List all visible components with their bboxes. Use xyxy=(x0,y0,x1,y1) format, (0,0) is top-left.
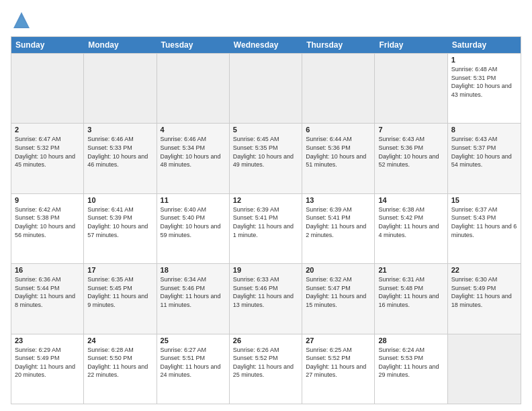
calendar: SundayMondayTuesdayWednesdayThursdayFrid… xyxy=(11,36,521,404)
day-number: 7 xyxy=(378,126,443,134)
day-cell-13: 13Sunrise: 6:39 AM Sunset: 5:41 PM Dayli… xyxy=(302,194,375,263)
day-cell-20: 20Sunrise: 6:32 AM Sunset: 5:47 PM Dayli… xyxy=(302,264,375,333)
week-row-0: 1Sunrise: 6:48 AM Sunset: 5:31 PM Daylig… xyxy=(11,53,521,123)
day-info: Sunrise: 6:43 AM Sunset: 5:36 PM Dayligh… xyxy=(378,135,443,169)
day-info: Sunrise: 6:44 AM Sunset: 5:36 PM Dayligh… xyxy=(306,135,371,169)
day-number: 24 xyxy=(87,336,152,345)
week-row-1: 2Sunrise: 6:47 AM Sunset: 5:32 PM Daylig… xyxy=(11,123,521,193)
day-info: Sunrise: 6:34 AM Sunset: 5:46 PM Dayligh… xyxy=(161,275,226,309)
day-cell-11: 11Sunrise: 6:40 AM Sunset: 5:40 PM Dayli… xyxy=(157,194,230,263)
day-info: Sunrise: 6:39 AM Sunset: 5:41 PM Dayligh… xyxy=(306,205,371,239)
header-day-friday: Friday xyxy=(375,37,447,53)
day-info: Sunrise: 6:32 AM Sunset: 5:47 PM Dayligh… xyxy=(306,275,371,309)
day-cell-1: 1Sunrise: 6:48 AM Sunset: 5:31 PM Daylig… xyxy=(448,54,521,123)
day-cell-3: 3Sunrise: 6:46 AM Sunset: 5:33 PM Daylig… xyxy=(84,124,157,193)
day-info: Sunrise: 6:47 AM Sunset: 5:32 PM Dayligh… xyxy=(15,135,80,169)
logo-icon xyxy=(12,11,31,30)
day-info: Sunrise: 6:28 AM Sunset: 5:50 PM Dayligh… xyxy=(87,346,152,379)
day-cell-19: 19Sunrise: 6:33 AM Sunset: 5:46 PM Dayli… xyxy=(230,264,302,333)
empty-cell xyxy=(302,54,375,123)
day-info: Sunrise: 6:45 AM Sunset: 5:35 PM Dayligh… xyxy=(233,135,298,169)
day-info: Sunrise: 6:42 AM Sunset: 5:38 PM Dayligh… xyxy=(15,205,80,239)
day-cell-8: 8Sunrise: 6:43 AM Sunset: 5:37 PM Daylig… xyxy=(448,124,521,193)
day-cell-26: 26Sunrise: 6:26 AM Sunset: 5:52 PM Dayli… xyxy=(230,334,302,404)
calendar-header: SundayMondayTuesdayWednesdayThursdayFrid… xyxy=(11,37,521,53)
day-number: 4 xyxy=(161,126,226,134)
day-info: Sunrise: 6:46 AM Sunset: 5:34 PM Dayligh… xyxy=(161,135,226,169)
day-cell-25: 25Sunrise: 6:27 AM Sunset: 5:51 PM Dayli… xyxy=(157,334,230,404)
day-number: 18 xyxy=(161,266,226,274)
week-row-4: 23Sunrise: 6:29 AM Sunset: 5:49 PM Dayli… xyxy=(11,334,521,404)
day-cell-14: 14Sunrise: 6:38 AM Sunset: 5:42 PM Dayli… xyxy=(375,194,447,263)
day-number: 8 xyxy=(451,126,517,134)
day-number: 15 xyxy=(451,196,517,204)
day-cell-4: 4Sunrise: 6:46 AM Sunset: 5:34 PM Daylig… xyxy=(157,124,230,193)
day-info: Sunrise: 6:27 AM Sunset: 5:51 PM Dayligh… xyxy=(161,346,226,379)
day-number: 22 xyxy=(451,266,517,274)
empty-cell xyxy=(157,54,230,123)
day-info: Sunrise: 6:31 AM Sunset: 5:48 PM Dayligh… xyxy=(378,275,443,309)
day-cell-17: 17Sunrise: 6:35 AM Sunset: 5:45 PM Dayli… xyxy=(84,264,157,333)
day-cell-23: 23Sunrise: 6:29 AM Sunset: 5:49 PM Dayli… xyxy=(11,334,84,404)
day-number: 28 xyxy=(378,336,443,345)
day-info: Sunrise: 6:48 AM Sunset: 5:31 PM Dayligh… xyxy=(451,65,517,99)
day-info: Sunrise: 6:26 AM Sunset: 5:52 PM Dayligh… xyxy=(233,346,298,379)
day-info: Sunrise: 6:43 AM Sunset: 5:37 PM Dayligh… xyxy=(451,135,517,169)
day-cell-24: 24Sunrise: 6:28 AM Sunset: 5:50 PM Dayli… xyxy=(84,334,157,404)
day-info: Sunrise: 6:40 AM Sunset: 5:40 PM Dayligh… xyxy=(161,205,226,239)
empty-cell xyxy=(448,334,521,404)
day-number: 6 xyxy=(306,126,371,134)
day-cell-9: 9Sunrise: 6:42 AM Sunset: 5:38 PM Daylig… xyxy=(11,194,84,263)
day-info: Sunrise: 6:37 AM Sunset: 5:43 PM Dayligh… xyxy=(451,205,517,239)
empty-cell xyxy=(375,54,447,123)
empty-cell xyxy=(11,54,84,123)
page: SundayMondayTuesdayWednesdayThursdayFrid… xyxy=(0,0,532,411)
day-cell-12: 12Sunrise: 6:39 AM Sunset: 5:41 PM Dayli… xyxy=(230,194,302,263)
day-number: 3 xyxy=(87,126,152,134)
day-info: Sunrise: 6:35 AM Sunset: 5:45 PM Dayligh… xyxy=(87,275,152,309)
day-cell-15: 15Sunrise: 6:37 AM Sunset: 5:43 PM Dayli… xyxy=(448,194,521,263)
day-number: 25 xyxy=(161,336,226,345)
day-number: 10 xyxy=(87,196,152,204)
day-number: 9 xyxy=(15,196,80,204)
day-number: 27 xyxy=(306,336,371,345)
day-info: Sunrise: 6:29 AM Sunset: 5:49 PM Dayligh… xyxy=(15,346,80,379)
day-number: 14 xyxy=(378,196,443,204)
empty-cell xyxy=(230,54,302,123)
day-cell-6: 6Sunrise: 6:44 AM Sunset: 5:36 PM Daylig… xyxy=(302,124,375,193)
header-day-wednesday: Wednesday xyxy=(230,37,302,53)
day-cell-2: 2Sunrise: 6:47 AM Sunset: 5:32 PM Daylig… xyxy=(11,124,84,193)
day-cell-28: 28Sunrise: 6:24 AM Sunset: 5:53 PM Dayli… xyxy=(375,334,447,404)
day-info: Sunrise: 6:24 AM Sunset: 5:53 PM Dayligh… xyxy=(378,346,443,379)
day-number: 16 xyxy=(15,266,80,274)
day-info: Sunrise: 6:30 AM Sunset: 5:49 PM Dayligh… xyxy=(451,275,517,309)
day-info: Sunrise: 6:36 AM Sunset: 5:44 PM Dayligh… xyxy=(15,275,80,309)
week-row-3: 16Sunrise: 6:36 AM Sunset: 5:44 PM Dayli… xyxy=(11,263,521,333)
day-info: Sunrise: 6:46 AM Sunset: 5:33 PM Dayligh… xyxy=(87,135,152,169)
header xyxy=(11,11,521,30)
day-number: 17 xyxy=(87,266,152,274)
day-number: 13 xyxy=(306,196,371,204)
day-cell-16: 16Sunrise: 6:36 AM Sunset: 5:44 PM Dayli… xyxy=(11,264,84,333)
day-number: 12 xyxy=(233,196,298,204)
day-number: 11 xyxy=(161,196,226,204)
logo xyxy=(11,11,31,30)
day-info: Sunrise: 6:41 AM Sunset: 5:39 PM Dayligh… xyxy=(87,205,152,239)
day-info: Sunrise: 6:39 AM Sunset: 5:41 PM Dayligh… xyxy=(233,205,298,239)
day-number: 1 xyxy=(451,56,517,64)
day-info: Sunrise: 6:38 AM Sunset: 5:42 PM Dayligh… xyxy=(378,205,443,239)
day-cell-5: 5Sunrise: 6:45 AM Sunset: 5:35 PM Daylig… xyxy=(230,124,302,193)
calendar-body: 1Sunrise: 6:48 AM Sunset: 5:31 PM Daylig… xyxy=(11,53,521,404)
day-cell-22: 22Sunrise: 6:30 AM Sunset: 5:49 PM Dayli… xyxy=(448,264,521,333)
day-cell-18: 18Sunrise: 6:34 AM Sunset: 5:46 PM Dayli… xyxy=(157,264,230,333)
header-day-sunday: Sunday xyxy=(11,37,84,53)
header-day-monday: Monday xyxy=(84,37,157,53)
day-number: 26 xyxy=(233,336,298,345)
day-number: 19 xyxy=(233,266,298,274)
header-day-saturday: Saturday xyxy=(448,37,521,53)
day-cell-27: 27Sunrise: 6:25 AM Sunset: 5:52 PM Dayli… xyxy=(302,334,375,404)
day-number: 2 xyxy=(15,126,80,134)
day-number: 21 xyxy=(378,266,443,274)
day-cell-7: 7Sunrise: 6:43 AM Sunset: 5:36 PM Daylig… xyxy=(375,124,447,193)
day-info: Sunrise: 6:33 AM Sunset: 5:46 PM Dayligh… xyxy=(233,275,298,309)
